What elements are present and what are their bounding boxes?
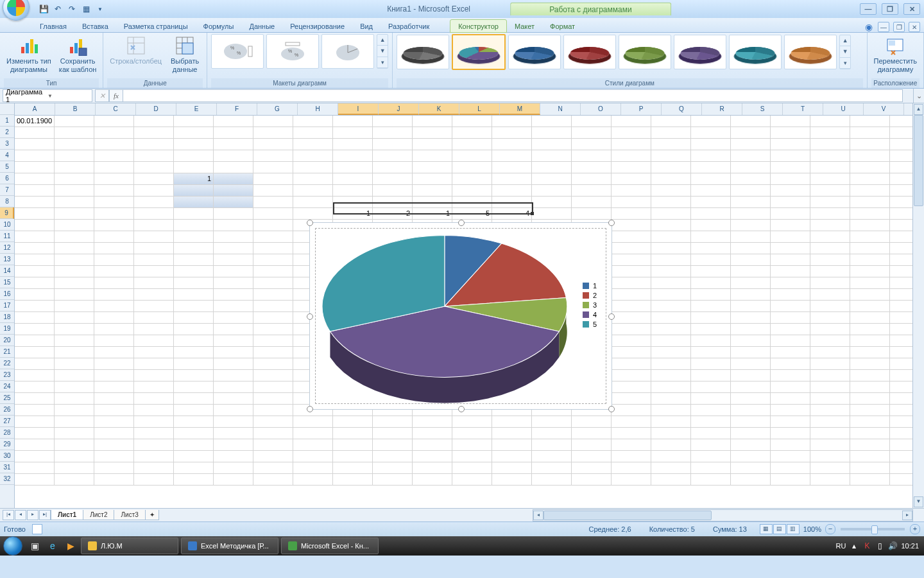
sheet-nav-next-icon[interactable]: ▸ <box>27 510 38 520</box>
col-header[interactable]: G <box>257 103 298 115</box>
name-box-dropdown-icon[interactable]: ▼ <box>47 93 89 99</box>
doc-close-button[interactable]: ✕ <box>909 22 920 32</box>
row-header[interactable]: 6 <box>0 173 14 184</box>
scroll-right-icon[interactable]: ▸ <box>902 511 912 520</box>
tab-formulas[interactable]: Формулы <box>196 20 242 32</box>
col-header[interactable]: R <box>702 103 742 115</box>
resize-handle[interactable] <box>608 406 615 412</box>
row-header[interactable]: 32 <box>0 473 14 485</box>
chart-styles-more[interactable]: ▲▼▾ <box>839 35 851 69</box>
col-header[interactable]: N <box>540 103 581 115</box>
resize-handle[interactable] <box>307 313 313 320</box>
col-header[interactable]: L <box>459 103 500 115</box>
col-header[interactable]: I <box>338 103 379 115</box>
chart-plot-area[interactable]: 12345 <box>315 228 606 404</box>
switch-row-column-button[interactable]: Строка/столбец <box>107 34 164 67</box>
window-minimize-button[interactable]: — <box>860 3 877 15</box>
row-header[interactable]: 26 <box>0 404 14 416</box>
col-header[interactable]: V <box>864 103 904 115</box>
tab-developer[interactable]: Разработчик <box>381 20 437 32</box>
resize-handle[interactable] <box>307 220 313 226</box>
save-as-template-button[interactable]: Сохранить как шаблон <box>56 34 99 74</box>
window-close-button[interactable]: ✕ <box>903 3 920 15</box>
row-header[interactable]: 5 <box>0 161 14 173</box>
resize-handle[interactable] <box>608 220 615 226</box>
tab-home[interactable]: Главная <box>32 20 74 32</box>
qat-redo-icon[interactable]: ↷ <box>67 4 77 14</box>
legend-item[interactable]: 1 <box>583 282 597 290</box>
view-normal-icon[interactable]: ▦ <box>760 524 773 534</box>
row-header[interactable]: 12 <box>0 242 14 254</box>
tab-design[interactable]: Конструктор <box>450 19 507 33</box>
row-header[interactable]: 4 <box>0 150 14 161</box>
row-header[interactable]: 2 <box>0 127 14 138</box>
row-header[interactable]: 31 <box>0 462 14 473</box>
row-header[interactable]: 13 <box>0 254 14 265</box>
row-header[interactable]: 11 <box>0 231 14 242</box>
chart-layout-3[interactable] <box>321 34 374 69</box>
tray-network-icon[interactable]: ▯ <box>875 541 884 550</box>
col-header[interactable]: S <box>742 103 783 115</box>
chart-style-7[interactable] <box>729 35 782 69</box>
zoom-slider[interactable] <box>841 528 905 530</box>
change-chart-type-button[interactable]: Изменить тип диаграммы <box>4 34 54 74</box>
row-header[interactable]: 19 <box>0 323 14 335</box>
row-header[interactable]: 1 <box>0 115 14 127</box>
tab-format[interactable]: Формат <box>542 20 583 32</box>
col-header[interactable]: Q <box>662 103 702 115</box>
col-header[interactable]: D <box>136 103 176 115</box>
col-header[interactable]: P <box>621 103 662 115</box>
col-header[interactable]: T <box>783 103 823 115</box>
row-header[interactable]: 22 <box>0 358 14 369</box>
view-page-layout-icon[interactable]: ▤ <box>773 524 786 534</box>
col-header[interactable]: J <box>379 103 419 115</box>
chart-layouts-more[interactable]: ▲▼▾ <box>377 34 388 69</box>
window-restore-button[interactable]: ❐ <box>882 3 898 15</box>
doc-minimize-button[interactable]: — <box>878 22 889 32</box>
col-header[interactable]: M <box>500 103 540 115</box>
resize-handle[interactable] <box>458 220 465 226</box>
horizontal-scrollbar[interactable]: ◂ ▸ <box>533 509 913 521</box>
sheet-nav-last-icon[interactable]: ▸| <box>39 510 51 520</box>
legend-item[interactable]: 4 <box>583 311 597 319</box>
chart-style-2[interactable] <box>452 34 506 70</box>
col-header[interactable]: C <box>96 103 136 115</box>
col-header[interactable]: U <box>823 103 864 115</box>
scroll-down-icon[interactable]: ▼ <box>914 496 923 507</box>
row-header[interactable]: 10 <box>0 219 14 231</box>
name-box[interactable]: Диаграмма 1▼ <box>3 89 92 102</box>
row-header[interactable]: 15 <box>0 277 14 288</box>
select-data-button[interactable]: Выбрать данные <box>167 34 203 74</box>
cancel-formula-button[interactable]: ✕ <box>95 89 109 102</box>
tab-review[interactable]: Рецензирование <box>282 20 352 32</box>
col-header[interactable]: O <box>581 103 621 115</box>
row-header[interactable]: 8 <box>0 196 14 207</box>
row-header[interactable]: 21 <box>0 346 14 358</box>
resize-handle[interactable] <box>307 406 313 412</box>
col-header[interactable]: H <box>298 103 338 115</box>
row-header[interactable]: 18 <box>0 311 14 323</box>
move-chart-button[interactable]: Переместить диаграмму <box>871 34 920 74</box>
legend-item[interactable]: 2 <box>583 292 597 299</box>
legend-item[interactable]: 5 <box>583 320 597 328</box>
scroll-up-icon[interactable]: ▲ <box>914 104 923 115</box>
start-button[interactable] <box>0 536 26 556</box>
row-header[interactable]: 30 <box>0 450 14 462</box>
row-header[interactable]: 16 <box>0 288 14 300</box>
tray-volume-icon[interactable]: 🔊 <box>888 541 897 550</box>
tray-antivirus-icon[interactable]: K <box>862 541 871 550</box>
resize-handle[interactable] <box>458 406 465 412</box>
scroll-left-icon[interactable]: ◂ <box>533 511 543 520</box>
row-header[interactable]: 28 <box>0 427 14 439</box>
scroll-thumb[interactable] <box>543 511 712 520</box>
chart-layout-1[interactable]: %% <box>211 34 264 69</box>
taskbar-item-3[interactable]: Microsoft Excel - Кн... <box>281 538 379 554</box>
tray-clock[interactable]: 10:21 <box>901 542 919 550</box>
tray-show-hidden-icon[interactable]: ▴ <box>850 541 859 550</box>
vertical-scrollbar[interactable]: ▲ ▼ <box>912 103 924 508</box>
scroll-thumb[interactable] <box>914 115 923 206</box>
row-header[interactable]: 3 <box>0 138 14 150</box>
chart-style-6[interactable] <box>674 35 726 69</box>
chart-layout-2[interactable]: %% <box>266 34 319 69</box>
select-all-corner[interactable] <box>0 103 14 115</box>
